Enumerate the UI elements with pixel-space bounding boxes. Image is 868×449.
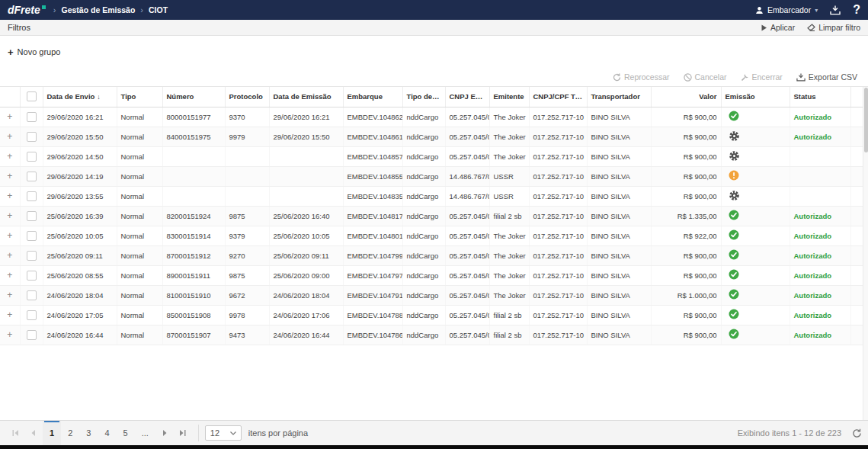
column-header-data_emissao[interactable]: Data de Emissão <box>269 87 343 107</box>
first-page-button[interactable] <box>6 421 24 445</box>
emission-success-icon <box>729 269 739 280</box>
help-icon[interactable]: ? <box>853 3 860 17</box>
column-header-cnpj_transp[interactable]: CNPJ/CPF Transp... <box>529 87 587 107</box>
page-button-1[interactable]: 1 <box>43 421 61 445</box>
expand-row-icon[interactable]: + <box>7 151 12 162</box>
table-row[interactable]: +29/06/2020 15:50Normal84000151975997929… <box>0 127 863 146</box>
cell-emitente: The Joker <box>489 285 529 305</box>
table-row[interactable]: +25/06/2020 08:55Normal89000151911987525… <box>0 265 863 285</box>
row-checkbox[interactable] <box>27 112 37 122</box>
expand-row-icon[interactable]: + <box>7 329 12 340</box>
expand-row-icon[interactable]: + <box>7 210 12 221</box>
breadcrumb-ciot[interactable]: CIOT <box>149 5 168 14</box>
logo-accent-square <box>42 5 46 9</box>
cell-data_envio: 29/06/2020 16:21 <box>43 107 117 127</box>
user-role-menu[interactable]: Embarcador ▾ <box>755 5 818 14</box>
expand-row-icon[interactable]: + <box>7 171 12 181</box>
table-row[interactable]: +25/06/2020 10:05Normal83000151914937925… <box>0 226 863 245</box>
row-checkbox[interactable] <box>27 330 37 340</box>
page-ellipsis-button[interactable]: ... <box>135 421 155 445</box>
table-row[interactable]: +29/06/2020 16:21Normal80000151977937029… <box>0 107 863 127</box>
export-csv-button[interactable]: Exportar CSV <box>796 72 857 82</box>
table-row[interactable]: +24/06/2020 17:05Normal85000151908997824… <box>0 305 863 325</box>
finish-button[interactable]: Encerrar <box>741 72 783 82</box>
expand-row-icon[interactable]: + <box>7 290 12 300</box>
page-size-select[interactable]: 12 <box>205 425 242 441</box>
breadcrumb-gestao-emissao[interactable]: Gestão de Emissão <box>61 5 135 14</box>
items-per-page-label: itens por página <box>248 421 308 445</box>
reprocess-button[interactable]: Reprocessar <box>613 72 670 82</box>
column-header-valor[interactable]: Valor <box>651 87 721 107</box>
row-checkbox[interactable] <box>27 152 37 162</box>
column-header-numero[interactable]: Número <box>162 87 225 107</box>
column-header-emitente[interactable]: Emitente <box>489 87 529 107</box>
column-header-emissao[interactable]: Emissão <box>721 87 790 107</box>
clear-filter-button[interactable]: Limpar filtro <box>807 23 860 32</box>
page-button-3[interactable]: 3 <box>79 421 98 445</box>
row-checkbox[interactable] <box>27 310 37 320</box>
app-logo[interactable]: dFrete <box>8 5 46 15</box>
select-all-checkbox[interactable] <box>27 91 37 101</box>
column-header-protocolo[interactable]: Protocolo <box>225 87 269 107</box>
expand-row-icon[interactable]: + <box>7 131 12 142</box>
expand-row-icon[interactable]: + <box>7 191 12 201</box>
row-checkbox[interactable] <box>27 191 37 201</box>
page-button-5[interactable]: 5 <box>117 421 135 445</box>
row-checkbox[interactable] <box>27 271 37 281</box>
emission-success-icon <box>729 289 739 300</box>
scrollbar-thumb[interactable] <box>864 88 868 152</box>
cell-valor: R$ 900,00 <box>651 265 721 285</box>
expand-row-icon[interactable]: + <box>7 270 12 281</box>
table-row[interactable]: +24/06/2020 18:04Normal81000151910967224… <box>0 285 863 305</box>
cell-numero: 85000151908 <box>162 305 225 325</box>
column-header-transportador[interactable]: Transportador <box>587 87 651 107</box>
next-page-button[interactable] <box>155 421 174 445</box>
table-row[interactable]: +25/06/2020 09:11Normal87000151912927025… <box>0 245 863 265</box>
expand-row-icon[interactable]: + <box>7 111 12 122</box>
download-icon[interactable] <box>830 5 841 15</box>
row-checkbox[interactable] <box>27 251 37 261</box>
cell-embarque: EMBDEV.104786 <box>343 325 402 345</box>
expand-row-icon[interactable]: + <box>7 230 12 241</box>
filters-panel-title[interactable]: Filtros <box>8 23 30 32</box>
column-header-cnpj_emitente[interactable]: CNPJ Emite... <box>445 87 489 107</box>
data-grid: Data de Envio↓TipoNúmeroProtocoloData de… <box>0 86 868 420</box>
page-button-4[interactable]: 4 <box>98 421 116 445</box>
cell-emitente: USSR <box>489 166 529 186</box>
apply-filter-button[interactable]: Aplicar <box>761 23 795 32</box>
column-header-status[interactable]: Status <box>790 87 850 107</box>
row-checkbox[interactable] <box>27 211 37 221</box>
row-checkbox[interactable] <box>27 231 37 241</box>
ciot-table: Data de Envio↓TipoNúmeroProtocoloData de… <box>0 87 863 345</box>
column-header-tipo_pagamento[interactable]: Tipo de Paga... <box>402 87 445 107</box>
cell-protocolo: 9473 <box>225 325 269 345</box>
row-checkbox[interactable] <box>27 132 37 142</box>
page-button-2[interactable]: 2 <box>61 421 79 445</box>
expand-row-icon[interactable]: + <box>7 309 12 320</box>
table-row[interactable]: +29/06/2020 14:19NormalEMBDEV.104855nddC… <box>0 166 863 186</box>
last-page-button[interactable] <box>174 421 192 445</box>
cell-valor: R$ 922,00 <box>651 226 721 245</box>
cell-cnpj_transp: 017.252.717-10 <box>529 285 587 305</box>
cell-protocolo: 9672 <box>225 285 269 305</box>
row-checkbox[interactable] <box>27 290 37 300</box>
filler-cell <box>850 127 863 146</box>
prev-page-button[interactable] <box>24 421 43 445</box>
cell-tipo_pagamento: nddCargo <box>402 146 445 166</box>
column-header-embarque[interactable]: Embarque <box>343 87 402 107</box>
table-row[interactable]: +29/06/2020 13:55NormalEMBDEV.104835nddC… <box>0 186 863 206</box>
column-header-tipo[interactable]: Tipo <box>117 87 162 107</box>
column-header-data_envio[interactable]: Data de Envio↓ <box>43 87 117 107</box>
row-checkbox[interactable] <box>27 172 37 181</box>
table-row[interactable]: +29/06/2020 14:50NormalEMBDEV.104857nddC… <box>0 146 863 166</box>
new-group-button[interactable]: + Novo grupo <box>8 47 60 57</box>
vertical-scrollbar[interactable] <box>863 87 868 420</box>
cancel-button[interactable]: Cancelar <box>684 72 727 82</box>
cell-cnpj_emitente: 05.257.045/0... <box>445 127 489 146</box>
table-row[interactable]: +25/06/2020 16:39Normal82000151924987525… <box>0 206 863 226</box>
expand-row-icon[interactable]: + <box>7 250 12 261</box>
filler-cell <box>850 146 863 166</box>
table-row[interactable]: +24/06/2020 16:44Normal87000151907947324… <box>0 325 863 345</box>
refresh-icon[interactable] <box>852 421 862 445</box>
cell-tipo: Normal <box>117 226 162 245</box>
